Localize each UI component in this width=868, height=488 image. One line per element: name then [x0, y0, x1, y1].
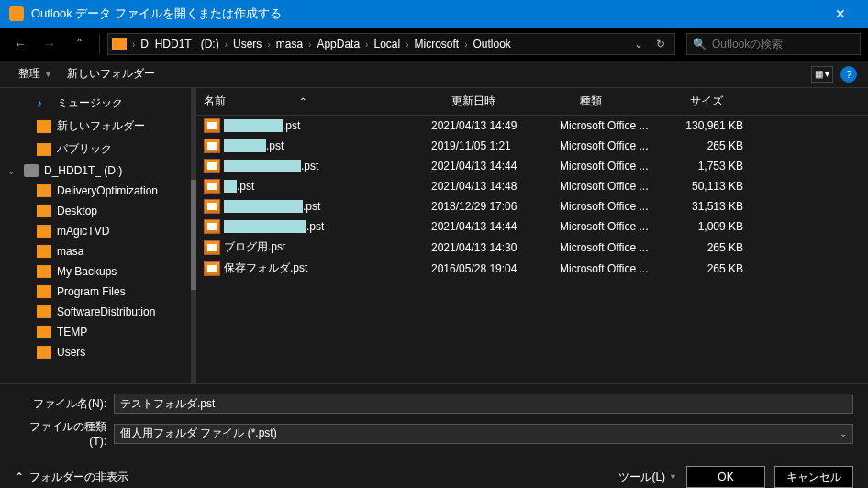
tree-item[interactable]: ⌄D_HDD1T_ (D:) — [0, 161, 191, 181]
cancel-button[interactable]: キャンセル — [774, 466, 853, 488]
file-size: 265 KB — [670, 139, 752, 152]
close-button[interactable]: ✕ — [822, 6, 859, 21]
file-size: 130,961 KB — [670, 119, 752, 132]
tree-item[interactable]: 新しいフォルダー — [0, 115, 191, 138]
crumb[interactable]: masa — [271, 38, 308, 50]
tree-item[interactable]: mAgicTVD — [0, 221, 191, 241]
folder-tree: ♪ミュージック新しいフォルダーパブリック⌄D_HDD1T_ (D:)Delive… — [0, 88, 191, 383]
footer: ⌃フォルダーの非表示 ツール(L)▼ OK キャンセル — [0, 459, 868, 488]
file-type: Microsoft Office ... — [560, 220, 670, 233]
filename-input[interactable] — [114, 394, 853, 414]
file-type: Microsoft Office ... — [560, 200, 670, 213]
col-size-header[interactable]: サイズ — [690, 94, 773, 109]
drive-icon — [112, 38, 127, 50]
file-date: 2021/04/13 14:48 — [431, 180, 560, 193]
tree-item[interactable]: My Backups — [0, 261, 191, 282]
sort-indicator: ⌃ — [299, 96, 306, 106]
file-size: 1,753 KB — [670, 160, 752, 172]
tree-scrollbar[interactable] — [191, 88, 196, 383]
file-date: 2018/12/29 17:06 — [431, 200, 560, 213]
search-icon: 🔍 — [693, 38, 707, 50]
col-date-header[interactable]: 更新日時 — [451, 94, 580, 109]
col-type-header[interactable]: 種類 — [580, 94, 690, 109]
help-button[interactable]: ? — [840, 66, 857, 83]
col-name-header[interactable]: 名前⌃ — [204, 94, 451, 109]
redacted-text — [224, 139, 266, 152]
crumb[interactable]: Local — [368, 38, 406, 50]
crumb[interactable]: Outlook — [468, 38, 517, 50]
new-folder-button[interactable]: 新しいフォルダー — [60, 62, 162, 85]
tree-item[interactable]: ♪ミュージック — [0, 92, 191, 115]
file-date: 2016/05/28 19:04 — [431, 262, 560, 275]
crumb[interactable]: D_HDD1T_ (D:) — [135, 38, 224, 50]
up-button[interactable]: ˄ — [66, 31, 92, 57]
file-size: 265 KB — [670, 241, 752, 254]
file-row[interactable]: .pst2021/04/13 14:44Microsoft Office ...… — [196, 216, 868, 237]
search-box[interactable]: 🔍 — [686, 33, 861, 55]
organize-menu[interactable]: 整理▼ — [11, 62, 60, 85]
file-row[interactable]: .pst2021/04/13 14:49Microsoft Office ...… — [196, 116, 868, 136]
file-size: 1,009 KB — [670, 220, 752, 233]
file-type: Microsoft Office ... — [560, 241, 670, 254]
tree-item[interactable]: DeliveryOptimization — [0, 181, 191, 201]
tree-item[interactable]: Program Files — [0, 282, 191, 302]
forward-button[interactable]: → — [37, 31, 62, 57]
ok-button[interactable]: OK — [686, 466, 765, 488]
file-row[interactable]: .pst2019/11/05 1:21Microsoft Office ...2… — [196, 136, 868, 156]
breadcrumb-dropdown[interactable]: ⌄ — [629, 38, 649, 50]
file-type: Microsoft Office ... — [560, 180, 670, 193]
tree-item[interactable]: Desktop — [0, 201, 191, 221]
tree-item-label: masa — [57, 245, 83, 258]
crumb[interactable]: Users — [228, 38, 267, 50]
column-headers: 名前⌃ 更新日時 種類 サイズ — [196, 88, 868, 116]
window-title: Outlook データ ファイルを開くまたは作成する — [31, 6, 822, 22]
file-size: 31,513 KB — [670, 200, 752, 213]
tree-item[interactable]: SoftwareDistribution — [0, 302, 191, 322]
filetype-label: ファイルの種類(T): — [15, 419, 106, 448]
folder-icon — [37, 184, 51, 197]
tree-item-label: Users — [57, 346, 85, 359]
titlebar: Outlook データ ファイルを開くまたは作成する ✕ — [0, 0, 868, 28]
search-input[interactable] — [712, 38, 854, 50]
hide-folders-button[interactable]: ⌃フォルダーの非表示 — [15, 470, 128, 485]
file-row[interactable]: .pst2021/04/13 14:44Microsoft Office ...… — [196, 156, 868, 176]
tree-item[interactable]: TEMP — [0, 322, 191, 342]
tree-item[interactable]: Users — [0, 342, 191, 362]
back-button[interactable]: ← — [7, 31, 33, 57]
file-date: 2021/04/13 14:49 — [431, 119, 560, 132]
pst-file-icon — [204, 118, 220, 133]
refresh-button[interactable]: ↻ — [651, 38, 671, 50]
pst-file-icon — [204, 159, 220, 173]
tree-item[interactable]: masa — [0, 241, 191, 261]
file-list: 名前⌃ 更新日時 種類 サイズ .pst2021/04/13 14:49Micr… — [196, 88, 868, 383]
app-icon — [9, 6, 24, 21]
chevron-down-icon: ⌄ — [840, 428, 847, 438]
file-row[interactable]: .pst2021/04/13 14:48Microsoft Office ...… — [196, 176, 868, 196]
redacted-text — [224, 220, 306, 233]
filetype-select[interactable]: 個人用フォルダ ファイル (*.pst)⌄ — [114, 424, 853, 444]
tools-menu[interactable]: ツール(L)▼ — [618, 470, 677, 485]
file-size: 265 KB — [670, 262, 752, 275]
file-row[interactable]: 保存フォルダ.pst2016/05/28 19:04Microsoft Offi… — [196, 258, 868, 279]
file-type: Microsoft Office ... — [560, 119, 670, 132]
breadcrumb[interactable]: › D_HDD1T_ (D:)› Users› masa› AppData› L… — [107, 33, 675, 55]
crumb[interactable]: AppData — [311, 38, 365, 50]
crumb[interactable]: Microsoft — [408, 38, 464, 50]
folder-icon — [37, 143, 51, 156]
tree-item-label: TEMP — [57, 326, 87, 338]
file-row[interactable]: ブログ用.pst2021/04/13 14:30Microsoft Office… — [196, 237, 868, 258]
tree-item-label: Desktop — [57, 205, 97, 217]
folder-icon — [37, 205, 51, 217]
tree-item-label: mAgicTVD — [57, 225, 109, 238]
file-row[interactable]: .pst2018/12/29 17:06Microsoft Office ...… — [196, 196, 868, 216]
pst-file-icon — [204, 240, 220, 255]
view-mode-button[interactable]: ▦ ▾ — [811, 66, 833, 83]
redacted-text — [224, 119, 283, 132]
tree-item[interactable]: パブリック — [0, 138, 191, 161]
tree-item-label: My Backups — [57, 265, 117, 278]
file-date: 2021/04/13 14:44 — [431, 220, 560, 233]
tree-item-label: Program Files — [57, 285, 126, 298]
chevron-down-icon: ▼ — [669, 472, 677, 482]
pst-file-icon — [204, 219, 220, 234]
pst-file-icon — [204, 199, 220, 214]
